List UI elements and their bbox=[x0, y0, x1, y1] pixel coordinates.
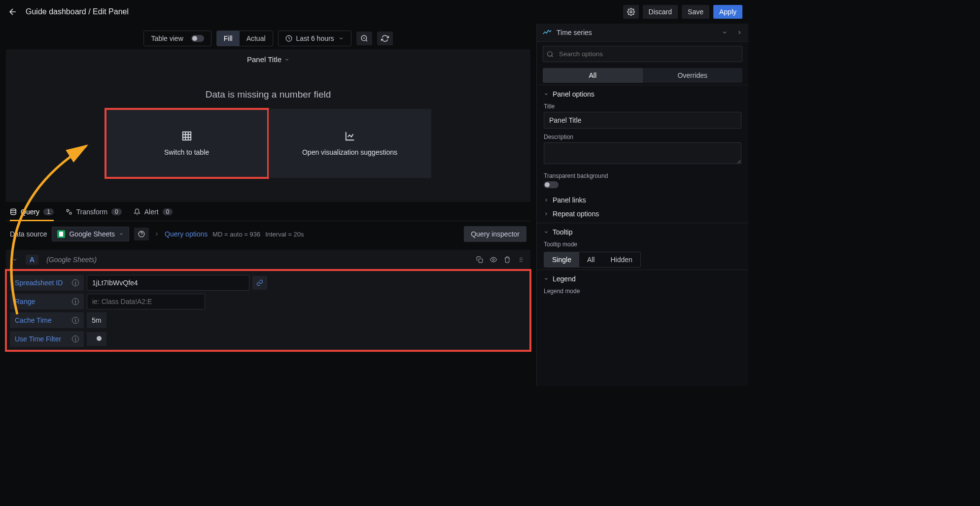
copy-icon[interactable] bbox=[476, 256, 483, 263]
description-textarea[interactable] bbox=[544, 142, 741, 164]
back-arrow-icon[interactable] bbox=[6, 5, 20, 19]
tab-query-label: Query bbox=[21, 208, 39, 216]
refresh-button[interactable] bbox=[377, 32, 393, 45]
fill-option[interactable]: Fill bbox=[217, 31, 240, 46]
range-input[interactable] bbox=[87, 294, 205, 309]
panel-links-header[interactable]: Panel links bbox=[544, 193, 741, 207]
table-icon bbox=[181, 131, 192, 141]
info-icon[interactable]: i bbox=[72, 317, 79, 324]
info-icon[interactable]: i bbox=[72, 336, 79, 342]
chevron-down-icon[interactable] bbox=[12, 257, 18, 263]
datasource-select[interactable]: Google Sheets bbox=[52, 227, 129, 241]
zoom-out-button[interactable] bbox=[356, 32, 372, 45]
google-sheets-icon bbox=[57, 230, 65, 238]
md-info: MD = auto = 936 bbox=[212, 231, 260, 238]
info-icon[interactable]: i bbox=[72, 298, 79, 305]
chevron-down-icon bbox=[284, 57, 289, 62]
options-segmented[interactable]: All Overrides bbox=[543, 68, 742, 83]
seg-all[interactable]: All bbox=[543, 68, 643, 83]
cache-time-value[interactable]: 5m bbox=[87, 312, 106, 328]
title-input[interactable] bbox=[544, 112, 741, 129]
eye-icon[interactable] bbox=[490, 256, 497, 263]
open-suggestions-card[interactable]: Open visualization suggestions bbox=[269, 109, 431, 178]
spreadsheet-id-input[interactable] bbox=[87, 275, 249, 291]
tab-alert[interactable]: Alert 0 bbox=[134, 208, 173, 221]
settings-button[interactable] bbox=[623, 5, 639, 19]
table-view-label: Table view bbox=[151, 34, 183, 42]
tab-alert-label: Alert bbox=[144, 208, 159, 216]
visualization-name: Time series bbox=[557, 29, 592, 36]
svg-point-0 bbox=[630, 11, 632, 13]
table-view-toggle[interactable]: Table view bbox=[143, 31, 211, 46]
info-icon[interactable]: i bbox=[72, 279, 79, 286]
time-range-label: Last 6 hours bbox=[296, 34, 334, 42]
actual-option[interactable]: Actual bbox=[240, 31, 273, 46]
legend-header[interactable]: Legend bbox=[544, 275, 741, 283]
time-range-picker[interactable]: Last 6 hours bbox=[278, 31, 351, 46]
svg-point-8 bbox=[520, 258, 521, 259]
database-icon bbox=[10, 208, 17, 215]
tooltip-mode-group[interactable]: Single All Hidden bbox=[544, 252, 641, 268]
drag-icon[interactable] bbox=[518, 256, 525, 263]
apply-button[interactable]: Apply bbox=[713, 5, 742, 19]
trash-icon[interactable] bbox=[504, 256, 511, 263]
query-count-badge: 1 bbox=[43, 208, 54, 215]
tooltip-all[interactable]: All bbox=[579, 252, 603, 267]
interval-info: Interval = 20s bbox=[265, 231, 304, 238]
transparent-bg-toggle[interactable] bbox=[544, 181, 559, 188]
transparent-bg-label: Transparent background bbox=[544, 172, 741, 179]
tooltip-header[interactable]: Tooltip bbox=[544, 228, 741, 236]
question-icon bbox=[138, 231, 145, 237]
tab-query[interactable]: Query 1 bbox=[10, 208, 54, 221]
tooltip-mode-label: Tooltip mode bbox=[544, 241, 741, 248]
query-inspector-button[interactable]: Query inspector bbox=[464, 226, 526, 242]
open-link-button[interactable] bbox=[252, 276, 267, 290]
chevron-down-icon bbox=[338, 35, 344, 41]
panel-options-header[interactable]: Panel options bbox=[544, 90, 741, 98]
svg-point-10 bbox=[520, 259, 521, 260]
chevron-right-icon[interactable] bbox=[736, 30, 742, 35]
switch-to-table-card[interactable]: Switch to table bbox=[105, 109, 268, 178]
panel-title-text: Panel Title bbox=[247, 55, 281, 64]
discard-button[interactable]: Discard bbox=[643, 5, 678, 19]
chevron-down-icon bbox=[544, 92, 549, 97]
alert-count-badge: 0 bbox=[163, 208, 173, 215]
description-field-label: Description bbox=[544, 134, 741, 140]
seg-overrides[interactable]: Overrides bbox=[643, 68, 743, 83]
tooltip-single[interactable]: Single bbox=[544, 252, 579, 267]
svg-point-4 bbox=[11, 209, 16, 211]
svg-point-13 bbox=[522, 261, 523, 262]
datasource-help-button[interactable] bbox=[134, 228, 149, 240]
query-options-link[interactable]: Query options bbox=[165, 230, 208, 238]
query-letter[interactable]: A bbox=[26, 255, 38, 265]
repeat-options-header[interactable]: Repeat options bbox=[544, 207, 741, 221]
zoom-out-icon bbox=[360, 34, 368, 42]
tooltip-hidden[interactable]: Hidden bbox=[602, 252, 640, 267]
chevron-down-icon bbox=[119, 232, 124, 236]
search-options-input[interactable] bbox=[543, 46, 742, 62]
chevron-down-icon[interactable] bbox=[722, 30, 728, 35]
panel-visualization: Panel Title Data is missing a number fie… bbox=[6, 49, 530, 202]
toggle-off-icon bbox=[191, 35, 204, 42]
svg-point-9 bbox=[522, 258, 523, 259]
panel-title[interactable]: Panel Title bbox=[247, 55, 289, 64]
refresh-icon bbox=[381, 34, 389, 42]
svg-rect-6 bbox=[479, 259, 483, 263]
use-time-filter-label: Use Time Filter i bbox=[10, 331, 84, 347]
cache-time-label: Cache Time i bbox=[10, 312, 84, 328]
link-icon bbox=[256, 279, 263, 286]
chart-line-icon bbox=[345, 131, 355, 141]
svg-rect-3 bbox=[182, 132, 191, 140]
svg-point-7 bbox=[492, 259, 494, 261]
chevron-down-icon bbox=[544, 230, 549, 235]
chevron-right-icon bbox=[544, 211, 549, 216]
fill-actual-segmented[interactable]: Fill Actual bbox=[216, 31, 273, 46]
chevron-right-icon bbox=[544, 198, 549, 202]
clock-icon bbox=[285, 35, 292, 42]
tab-transform[interactable]: Transform 0 bbox=[66, 208, 122, 221]
title-field-label: Title bbox=[544, 103, 741, 110]
save-button[interactable]: Save bbox=[682, 5, 709, 19]
visualization-picker[interactable]: Time series bbox=[537, 24, 748, 42]
query-source-label: (Google Sheets) bbox=[46, 256, 97, 264]
legend-mode-label: Legend mode bbox=[544, 288, 741, 295]
